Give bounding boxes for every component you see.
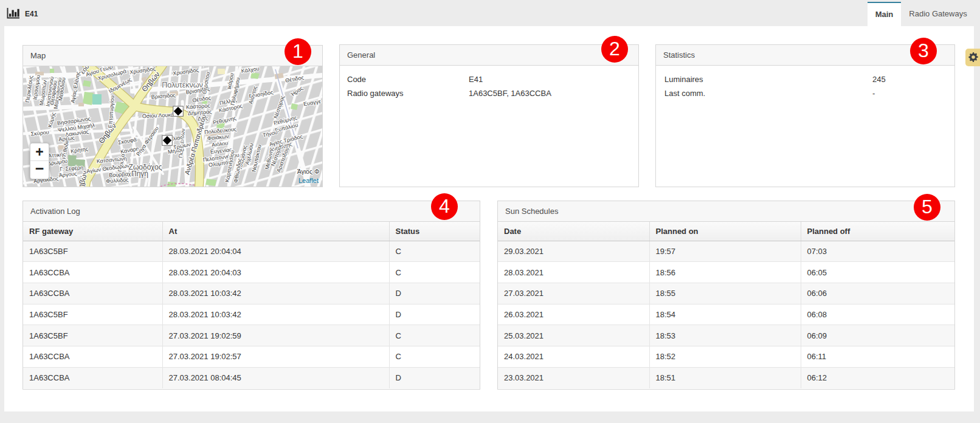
svg-text:Άγιος Φ: Άγιος Φ xyxy=(297,168,320,175)
svg-text:Πηγή: Πηγή xyxy=(131,170,148,178)
